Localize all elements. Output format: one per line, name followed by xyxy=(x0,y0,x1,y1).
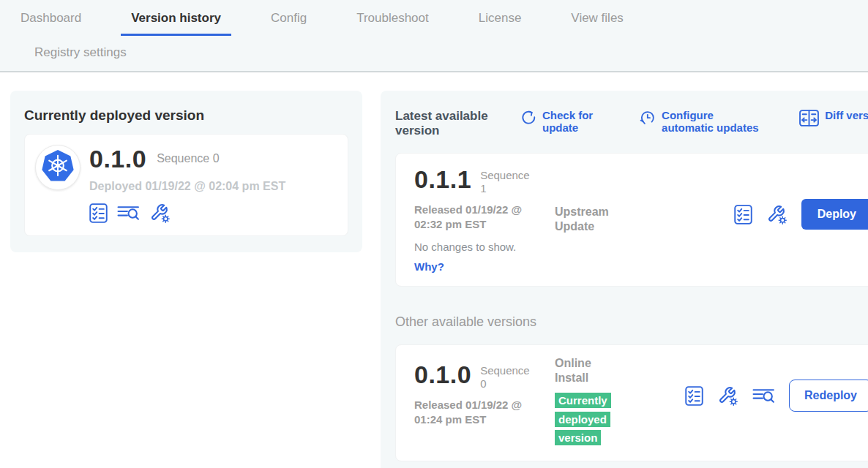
tab-troubleshoot[interactable]: Troubleshoot xyxy=(346,10,439,36)
configure-automatic-updates-link[interactable]: Configure automatic updates xyxy=(640,109,760,135)
currently-deployed-badge: Currently deployed version xyxy=(555,393,611,445)
latest-version-source: Upstream Update xyxy=(555,205,622,234)
diff-versions-link[interactable]: Diff versions xyxy=(799,109,868,135)
other-version-sequence: Sequence 0 xyxy=(480,362,534,390)
latest-version-info: 0.1.1 Sequence 1 Released 01/19/22 @ 02:… xyxy=(414,167,555,273)
tab-view-files[interactable]: View files xyxy=(561,10,634,36)
diff-versions-label: Diff versions xyxy=(825,109,868,121)
configure-automatic-updates-label: Configure automatic updates xyxy=(662,109,760,135)
other-version-source-col: Online Install Currently deployed versio… xyxy=(555,356,685,448)
latest-version-source-col: Upstream Update xyxy=(555,167,685,273)
other-version-actions: Redeploy xyxy=(685,356,868,412)
header-links: Check for update Configure automatic upd… xyxy=(514,109,868,135)
schedule-update-icon xyxy=(640,110,656,126)
deployed-version-number: 0.1.0 xyxy=(89,146,146,171)
kubernetes-icon xyxy=(41,149,75,186)
available-versions-panel: Latest available version Check for updat… xyxy=(381,91,868,468)
tab-dashboard[interactable]: Dashboard xyxy=(10,10,91,36)
latest-version-actions: Deploy xyxy=(734,167,868,230)
deployed-version-info: 0.1.0 Sequence 0 Deployed 01/19/22 @ 02:… xyxy=(89,145,285,225)
preflight-checklist-icon[interactable] xyxy=(89,203,108,223)
app-logo xyxy=(35,145,81,190)
tab-config[interactable]: Config xyxy=(261,10,317,36)
config-wrench-icon[interactable] xyxy=(766,204,787,225)
tab-license[interactable]: License xyxy=(468,10,532,36)
tab-version-history[interactable]: Version history xyxy=(121,10,231,36)
check-for-update-link[interactable]: Check for update xyxy=(521,109,601,135)
preflight-checklist-icon[interactable] xyxy=(685,386,703,406)
currently-deployed-panel: Currently deployed version xyxy=(10,91,362,252)
view-logs-icon[interactable] xyxy=(752,387,775,405)
latest-version-header: Latest available version Check for updat… xyxy=(395,109,868,138)
config-wrench-icon[interactable] xyxy=(717,385,738,407)
deployed-sequence: Sequence 0 xyxy=(157,152,219,165)
other-version-info: 0.1.0 Sequence 0 Released 01/19/22 @ 01:… xyxy=(414,356,555,448)
top-navigation: Dashboard Version history Config Trouble… xyxy=(0,0,868,72)
latest-version-released: Released 01/19/22 @ 02:32 pm EST xyxy=(414,203,537,231)
refresh-icon xyxy=(521,110,536,125)
latest-version-card: 0.1.1 Sequence 1 Released 01/19/22 @ 02:… xyxy=(395,153,868,287)
nav-row-1: Dashboard Version history Config Trouble… xyxy=(10,10,868,36)
nav-row-2: Registry settings xyxy=(10,36,868,71)
latest-version-number: 0.1.1 xyxy=(414,167,471,192)
tab-registry-settings[interactable]: Registry settings xyxy=(24,44,137,61)
other-version-number: 0.1.0 xyxy=(414,362,471,387)
deployed-version-card: 0.1.0 Sequence 0 Deployed 01/19/22 @ 02:… xyxy=(24,134,348,236)
latest-version-sequence: Sequence 1 xyxy=(480,167,534,195)
config-wrench-icon[interactable] xyxy=(149,203,171,224)
other-version-released: Released 01/19/22 @ 01:24 pm EST xyxy=(414,398,537,426)
currently-deployed-title: Currently deployed version xyxy=(24,107,348,124)
view-logs-icon[interactable] xyxy=(117,204,140,222)
other-version-source: Online Install xyxy=(555,356,622,385)
main-content: Currently deployed version xyxy=(0,72,868,468)
preflight-checklist-icon[interactable] xyxy=(734,205,752,224)
redeploy-button[interactable]: Redeploy xyxy=(789,380,868,412)
other-versions-title: Other available versions xyxy=(395,314,868,330)
latest-version-title: Latest available version xyxy=(395,109,514,138)
check-for-update-label: Check for update xyxy=(542,109,601,135)
no-changes-text: No changes to show. xyxy=(414,241,555,253)
other-version-card: 0.1.0 Sequence 0 Released 01/19/22 @ 01:… xyxy=(395,344,868,461)
deploy-button[interactable]: Deploy xyxy=(801,199,868,230)
why-link[interactable]: Why? xyxy=(414,260,555,273)
diff-icon xyxy=(799,110,819,127)
deployed-timestamp: Deployed 01/19/22 @ 02:04 pm EST xyxy=(89,180,285,193)
